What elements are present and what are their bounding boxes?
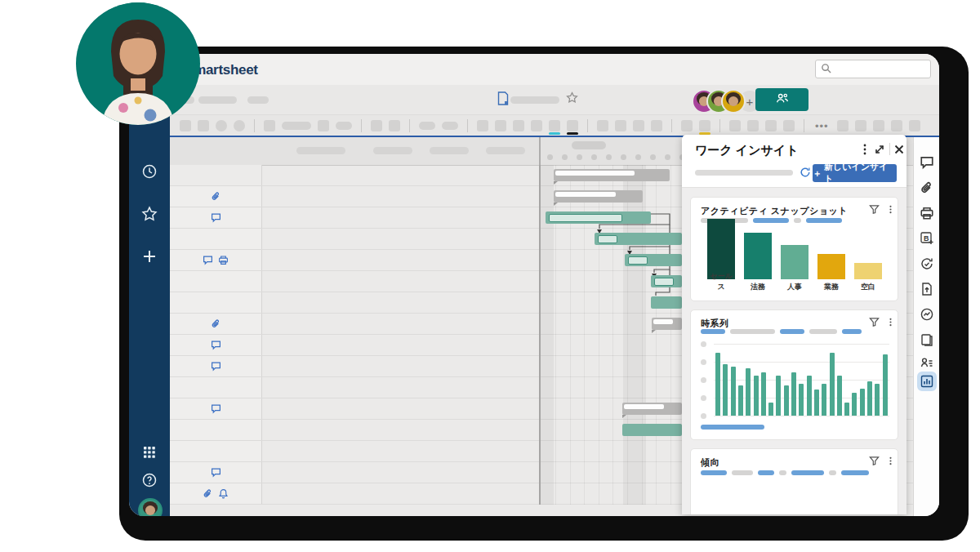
row-gutter[interactable] (170, 335, 262, 355)
rail-paperclip-icon[interactable] (920, 180, 934, 195)
comment-icon[interactable] (203, 255, 213, 265)
comment-icon[interactable] (211, 212, 221, 223)
rail-comment-icon[interactable] (920, 155, 934, 170)
column-header-placeholder[interactable] (373, 147, 412, 154)
expand-panel-icon[interactable] (873, 143, 886, 156)
rail-people-icon[interactable] (920, 355, 934, 370)
row-gutter[interactable] (170, 483, 262, 504)
toolbar-button[interactable] (765, 120, 777, 131)
toolbar-button[interactable] (567, 120, 578, 131)
rail-printer-icon[interactable] (920, 206, 934, 220)
new-insight-button[interactable]: ＋ 新しいインサイト (813, 164, 897, 182)
tab-placeholder[interactable] (510, 96, 559, 104)
column-header-placeholder[interactable] (430, 147, 469, 154)
row-gutter[interactable] (170, 377, 262, 398)
toolbar-button[interactable] (264, 120, 275, 131)
tab-placeholder[interactable] (247, 96, 269, 104)
row-gutter[interactable] (170, 441, 262, 461)
rail-b-plus-icon[interactable]: B (920, 231, 934, 246)
toolbar-button[interactable] (909, 120, 920, 131)
toolbar-button[interactable] (180, 120, 191, 131)
toolbar-button[interactable] (747, 120, 759, 131)
toolbar-button[interactable] (855, 120, 866, 131)
toolbar-button[interactable] (531, 120, 542, 131)
toolbar-button[interactable] (651, 120, 662, 131)
sidebar-help-icon[interactable] (141, 472, 158, 488)
refresh-icon[interactable] (800, 167, 811, 178)
kebab-menu-icon[interactable] (858, 143, 871, 156)
toolbar-button[interactable] (549, 120, 560, 131)
share-button[interactable] (755, 88, 808, 111)
row-gutter[interactable] (170, 186, 262, 207)
sidebar-plus-icon[interactable] (141, 248, 158, 265)
toolbar-button[interactable] (597, 120, 608, 131)
sidebar-star-icon[interactable] (141, 206, 158, 222)
row-gutter[interactable] (170, 165, 262, 185)
paperclip-icon[interactable] (211, 318, 221, 329)
toolbar-button[interactable] (873, 120, 884, 131)
toolbar-button[interactable] (615, 120, 626, 131)
row-gutter[interactable] (170, 420, 262, 440)
toolbar-button[interactable] (477, 120, 488, 131)
row-gutter[interactable] (170, 314, 262, 334)
toolbar-button[interactable] (282, 122, 311, 130)
kebab-menu-icon[interactable] (885, 456, 896, 466)
toolbar-button[interactable] (513, 120, 524, 131)
close-panel-icon[interactable] (893, 143, 906, 156)
rail-book-icon[interactable] (920, 332, 934, 347)
rail-trend-icon[interactable] (920, 307, 934, 322)
kebab-menu-icon[interactable] (885, 204, 896, 215)
toolbar-button[interactable] (783, 120, 795, 131)
tab-placeholder[interactable] (198, 96, 237, 104)
toolbar-button[interactable] (681, 120, 693, 131)
filter-funnel-icon[interactable] (869, 317, 880, 327)
favorite-star-icon[interactable] (566, 91, 578, 104)
toolbar-button[interactable] (419, 122, 435, 130)
row-gutter[interactable] (170, 250, 262, 270)
filter-funnel-icon[interactable] (869, 456, 880, 466)
kebab-menu-icon[interactable] (885, 317, 896, 327)
toolbar-button[interactable] (318, 120, 329, 131)
sidebar-grid9-icon[interactable] (141, 444, 158, 461)
paperclip-icon[interactable] (203, 488, 213, 499)
row-gutter[interactable] (170, 207, 262, 228)
toolbar-button[interactable] (837, 120, 849, 131)
toolbar-button[interactable] (442, 122, 458, 130)
printer-icon[interactable] (218, 255, 229, 265)
row-gutter[interactable] (170, 462, 262, 483)
user-avatar[interactable] (138, 498, 163, 516)
row-gutter[interactable] (170, 292, 262, 313)
toolbar-button[interactable] (216, 120, 227, 131)
toolbar-button[interactable] (198, 120, 209, 131)
column-header-placeholder[interactable] (296, 147, 345, 154)
row-gutter[interactable] (170, 229, 262, 249)
comment-icon[interactable] (211, 340, 221, 350)
toolbar-overflow-dots[interactable]: ••• (815, 120, 829, 132)
toolbar-button[interactable] (891, 120, 902, 131)
comment-icon[interactable] (211, 361, 221, 372)
comment-icon[interactable] (211, 467, 221, 478)
row-gutter[interactable] (170, 271, 262, 292)
toolbar-button[interactable] (389, 120, 400, 131)
rail-sync-icon[interactable] (920, 256, 934, 271)
search-input[interactable] (815, 60, 931, 78)
toolbar-button[interactable] (495, 120, 506, 131)
toolbar-button[interactable] (729, 120, 741, 131)
toolbar-button[interactable] (336, 122, 352, 130)
comment-icon[interactable] (211, 403, 221, 414)
activity-bar-chart: セールス法務人事業務空白 (701, 219, 889, 279)
row-gutter[interactable] (170, 398, 262, 419)
toolbar-button[interactable] (633, 120, 644, 131)
rail-file-up-icon[interactable] (920, 282, 934, 296)
toolbar-button[interactable] (371, 120, 382, 131)
bell-icon[interactable] (218, 488, 229, 499)
collaborator-avatar[interactable] (721, 89, 746, 114)
toolbar-button[interactable] (699, 120, 710, 131)
rail-chart-icon[interactable] (920, 374, 934, 389)
sidebar-clock-icon[interactable] (141, 163, 158, 180)
paperclip-icon[interactable] (211, 191, 221, 202)
column-header-placeholder[interactable] (486, 147, 525, 154)
toolbar-button[interactable] (234, 120, 245, 131)
row-gutter[interactable] (170, 356, 262, 376)
filter-funnel-icon[interactable] (869, 204, 880, 215)
